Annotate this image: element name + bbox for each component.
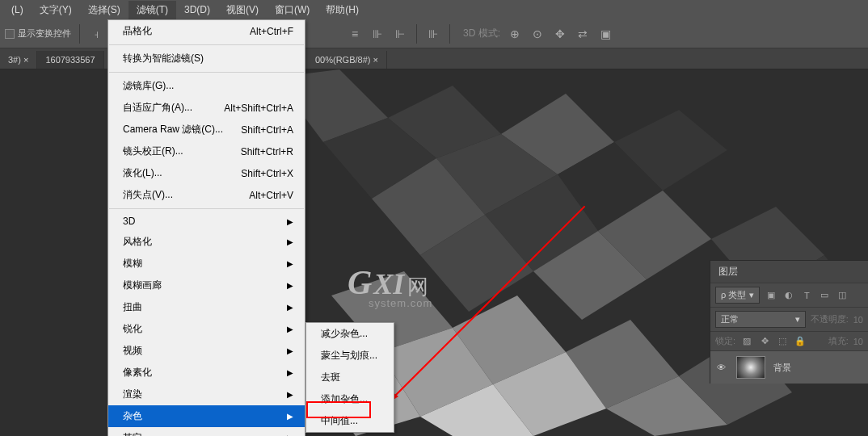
separator bbox=[79, 24, 80, 44]
tab-label: 1607933567 bbox=[45, 55, 95, 65]
svg-marker-4 bbox=[614, 110, 727, 191]
filter-vanishing-point[interactable]: 消失点(V)...Alt+Ctrl+V bbox=[108, 184, 305, 206]
svg-marker-17 bbox=[493, 352, 606, 436]
3d-pan-icon[interactable]: ✥ bbox=[552, 26, 568, 42]
filter-type-icon[interactable]: T bbox=[800, 291, 813, 300]
filter-adaptive-wide[interactable]: 自适应广角(A)...Alt+Shift+Ctrl+A bbox=[108, 97, 305, 119]
fill-label: 填充: bbox=[828, 335, 849, 347]
filter-menu-dropdown: 晶格化Alt+Ctrl+F 转换为智能滤镜(S) 滤镜库(G)... 自适应广角… bbox=[107, 19, 305, 436]
menu-filter[interactable]: 滤镜(T) bbox=[129, 1, 176, 19]
checkbox-label: 显示变换控件 bbox=[18, 27, 71, 40]
menu-help[interactable]: 帮助(H) bbox=[318, 1, 367, 19]
filter-blur-gallery[interactable]: 模糊画廊▶ bbox=[108, 275, 305, 296]
menu-select[interactable]: 选择(S) bbox=[80, 1, 129, 19]
filter-adjust-icon[interactable]: ◐ bbox=[782, 290, 795, 300]
3d-orbit-icon[interactable]: ⊕ bbox=[507, 26, 523, 42]
svg-marker-14 bbox=[453, 296, 566, 384]
svg-marker-6 bbox=[436, 134, 558, 215]
menu-text[interactable]: 文字(Y) bbox=[32, 1, 80, 19]
filter-convert-smart[interactable]: 转换为智能滤镜(S) bbox=[108, 48, 305, 69]
layer-thumbnail[interactable] bbox=[736, 356, 765, 379]
filter-smart-icon[interactable]: ◫ bbox=[836, 290, 849, 300]
svg-marker-18 bbox=[420, 384, 533, 436]
layers-blend-row: 正常▾ 不透明度: 10 bbox=[710, 307, 868, 331]
lock-label: 锁定: bbox=[715, 335, 735, 347]
3d-slide-icon[interactable]: ⇄ bbox=[575, 26, 591, 42]
lock-all-icon[interactable]: 🔒 bbox=[794, 336, 807, 346]
fill-value[interactable]: 10 bbox=[853, 337, 863, 346]
filter-gallery[interactable]: 滤镜库(G)... bbox=[108, 75, 305, 97]
filter-distort[interactable]: 扭曲▶ bbox=[108, 296, 305, 318]
svg-marker-12 bbox=[533, 231, 647, 320]
tab-2[interactable]: 1607933567 bbox=[37, 51, 103, 69]
svg-marker-3 bbox=[501, 94, 614, 174]
svg-marker-11 bbox=[420, 215, 533, 312]
svg-marker-2 bbox=[388, 86, 501, 158]
menu-view[interactable]: 视图(V) bbox=[218, 1, 267, 19]
filter-render[interactable]: 渲染▶ bbox=[108, 384, 305, 405]
svg-marker-20 bbox=[606, 376, 727, 436]
noise-despeckle[interactable]: 去斑 bbox=[306, 367, 394, 388]
3d-scale-icon[interactable]: ▣ bbox=[597, 26, 613, 42]
filter-other[interactable]: 其它▶ bbox=[108, 427, 305, 436]
lock-artboard-icon[interactable]: ⬚ bbox=[776, 336, 789, 346]
filter-stylize[interactable]: 风格化▶ bbox=[108, 231, 305, 253]
filter-3d[interactable]: 3D▶ bbox=[108, 212, 305, 231]
lock-position-icon[interactable]: ✥ bbox=[758, 336, 771, 346]
app-menubar: (L) 文字(Y) 选择(S) 滤镜(T) 3D(D) 视图(V) 窗口(W) … bbox=[0, 0, 868, 19]
filter-shape-icon[interactable]: ▭ bbox=[818, 290, 831, 300]
filter-video[interactable]: 视频▶ bbox=[108, 340, 305, 362]
menu-l[interactable]: (L) bbox=[3, 2, 32, 18]
noise-submenu: 减少杂色... 蒙尘与划痕... 去斑 添加杂色... 中间值... bbox=[305, 322, 394, 433]
layers-filter-row: ρ 类型▾ ▣ ◐ T ▭ ◫ bbox=[710, 283, 868, 307]
noise-median[interactable]: 中间值... bbox=[306, 410, 394, 432]
show-transform-controls[interactable]: 显示变换控件 bbox=[5, 27, 71, 40]
noise-reduce[interactable]: 减少杂色... bbox=[306, 323, 394, 345]
align-icon-3[interactable]: ≡ bbox=[347, 26, 363, 42]
tab-3[interactable]: 00%(RGB/8#) × bbox=[307, 51, 387, 69]
filter-pixelate[interactable]: 像素化▶ bbox=[108, 362, 305, 384]
blend-mode-dropdown[interactable]: 正常▾ bbox=[715, 311, 806, 328]
noise-dust-scratches[interactable]: 蒙尘与划痕... bbox=[306, 345, 394, 367]
layer-item-background[interactable]: 👁 背景 bbox=[710, 350, 868, 384]
checkbox-icon bbox=[5, 29, 15, 39]
tab-label: 3#) × bbox=[8, 55, 28, 65]
align-icon-5[interactable]: ⊩ bbox=[392, 26, 408, 42]
watermark: GXI网 system.com bbox=[348, 263, 432, 309]
filter-pixel-icon[interactable]: ▣ bbox=[765, 290, 777, 300]
filter-liquify[interactable]: 液化(L)...Shift+Ctrl+X bbox=[108, 162, 305, 184]
opacity-value[interactable]: 10 bbox=[853, 315, 863, 325]
filter-noise[interactable]: 杂色▶ bbox=[108, 405, 305, 427]
layer-name: 背景 bbox=[773, 362, 791, 374]
tab-1[interactable]: 3#) × bbox=[0, 51, 37, 69]
filter-sharpen[interactable]: 锐化▶ bbox=[108, 318, 305, 340]
svg-marker-7 bbox=[558, 142, 663, 231]
separator bbox=[416, 24, 417, 44]
3d-mode-label: 3D 模式: bbox=[463, 27, 500, 40]
opacity-label: 不透明度: bbox=[811, 313, 849, 325]
3d-roll-icon[interactable]: ⊙ bbox=[529, 26, 546, 42]
tab-label: 00%(RGB/8#) × bbox=[315, 55, 378, 65]
visibility-eye-icon[interactable]: 👁 bbox=[717, 363, 728, 372]
align-icon-6[interactable]: ⊪ bbox=[425, 26, 441, 42]
svg-marker-5 bbox=[323, 118, 436, 199]
svg-marker-16 bbox=[380, 328, 493, 417]
svg-marker-15 bbox=[566, 320, 679, 409]
menu-window[interactable]: 窗口(W) bbox=[267, 1, 318, 19]
filter-last[interactable]: 晶格化Alt+Ctrl+F bbox=[108, 20, 305, 42]
layers-lock-row: 锁定: ▨ ✥ ⬚ 🔒 填充: 10 bbox=[710, 331, 868, 350]
filter-camera-raw[interactable]: Camera Raw 滤镜(C)...Shift+Ctrl+A bbox=[108, 119, 305, 140]
lock-pixels-icon[interactable]: ▨ bbox=[740, 336, 753, 346]
separator bbox=[449, 24, 450, 44]
filter-lens-correction[interactable]: 镜头校正(R)...Shift+Ctrl+R bbox=[108, 140, 305, 162]
svg-marker-10 bbox=[598, 191, 711, 279]
svg-marker-8 bbox=[372, 158, 485, 255]
noise-add[interactable]: 添加杂色... bbox=[306, 388, 394, 410]
layers-panel-title: 图层 bbox=[710, 261, 868, 283]
align-icon-4[interactable]: ⊪ bbox=[369, 26, 386, 42]
align-icon-1[interactable]: ⫞ bbox=[88, 26, 104, 42]
filter-blur[interactable]: 模糊▶ bbox=[108, 253, 305, 275]
menu-3d[interactable]: 3D(D) bbox=[176, 2, 218, 18]
svg-marker-9 bbox=[485, 174, 598, 271]
layer-kind-dropdown[interactable]: ρ 类型▾ bbox=[715, 287, 760, 304]
